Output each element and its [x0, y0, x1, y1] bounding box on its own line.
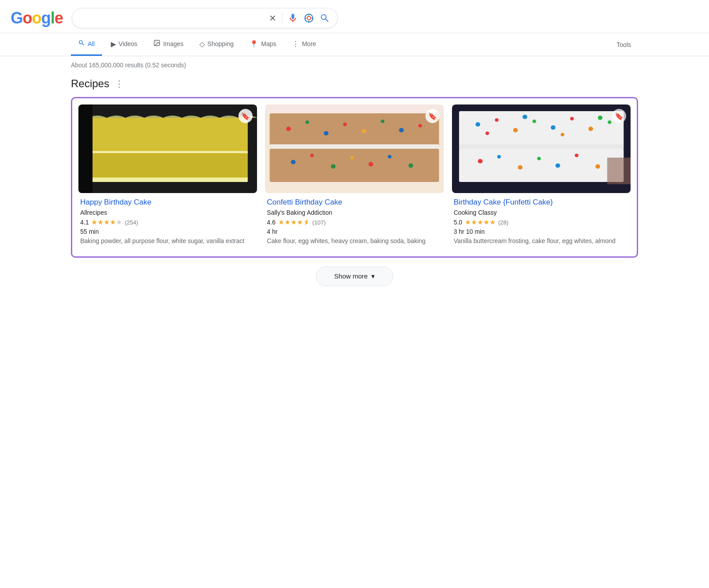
star-2-1: ★	[278, 218, 284, 226]
bookmark-btn-2[interactable]: 🔖	[425, 109, 440, 123]
tab-images[interactable]: Images	[146, 33, 191, 56]
recipe-ingredients-1: Baking powder, all purpose flour, white …	[80, 237, 255, 246]
star-1-3: ★	[104, 218, 109, 226]
divider	[282, 13, 282, 23]
svg-point-33	[495, 118, 498, 122]
recipe-card-3[interactable]: 🔖 Birthday Cake {Funfetti Cake} Cooking …	[452, 104, 631, 250]
logo-letter-G: G	[11, 9, 23, 27]
svg-point-49	[537, 157, 541, 160]
google-logo[interactable]: Google	[11, 10, 63, 26]
review-count-3: (28)	[498, 219, 508, 226]
logo-letter-e: e	[55, 9, 63, 27]
svg-point-27	[388, 155, 391, 159]
recipe-time-3: 3 hr 10 min	[454, 228, 629, 235]
star-3-1: ★	[465, 218, 471, 226]
logo-letter-o1: o	[23, 9, 32, 27]
tab-shopping[interactable]: ◇ Shopping	[192, 34, 241, 56]
tab-more-label: More	[302, 40, 316, 47]
bookmark-btn-3[interactable]: 🔖	[612, 109, 626, 123]
svg-point-17	[381, 120, 384, 123]
recipe-info-2: Confetti Birthday Cake Sally's Baking Ad…	[265, 193, 444, 250]
svg-point-50	[555, 163, 560, 168]
svg-rect-5	[88, 118, 248, 153]
recipe-image-container-3: 🔖	[452, 104, 631, 193]
section-more-icon[interactable]: ⋮	[115, 78, 124, 89]
recipe-title-3[interactable]: Birthday Cake {Funfetti Cake}	[454, 197, 629, 207]
recipe-info-3: Birthday Cake {Funfetti Cake} Cooking Cl…	[452, 193, 631, 250]
recipe-info-1: Happy Birthday Cake Allrecipes 4.1 ★ ★ ★…	[78, 193, 257, 250]
cake-image-1	[78, 104, 257, 193]
recipe-card-1[interactable]: 🔖 Happy Birthday Cake Allrecipes 4.1 ★ ★…	[78, 104, 257, 250]
show-more-button[interactable]: Show more ▾	[316, 267, 393, 286]
svg-point-46	[478, 159, 483, 163]
tab-videos-label: Videos	[119, 40, 138, 47]
svg-point-1	[307, 16, 311, 20]
review-count-1: (254)	[125, 219, 138, 226]
recipe-cards-wrapper: 🔖 Happy Birthday Cake Allrecipes 4.1 ★ ★…	[71, 97, 638, 258]
star-2-2: ★	[284, 218, 290, 226]
tools-button[interactable]: Tools	[609, 35, 638, 54]
voice-search-icon[interactable]	[288, 13, 298, 23]
stars-3: ★ ★ ★ ★ ★	[465, 218, 495, 226]
svg-point-13	[306, 120, 309, 124]
rating-value-2: 4.6	[267, 219, 275, 226]
nav-tabs: All ▶ Videos Images ◇ Shopping 📍 Maps ⋮ …	[0, 33, 709, 56]
tab-videos[interactable]: ▶ Videos	[104, 34, 145, 56]
svg-point-19	[418, 124, 422, 128]
cake-image-3	[452, 104, 631, 193]
search-icons: ✕	[269, 13, 330, 23]
star-3-4: ★	[483, 218, 489, 226]
chevron-down-icon: ▾	[371, 272, 375, 280]
star-3-5: ★	[490, 218, 495, 226]
logo-letter-g: g	[41, 9, 51, 27]
svg-point-36	[551, 125, 556, 130]
videos-icon: ▶	[111, 40, 116, 48]
tab-maps[interactable]: 📍 Maps	[242, 34, 283, 56]
logo-letter-o2: o	[32, 9, 41, 27]
svg-point-22	[291, 160, 296, 164]
svg-point-43	[598, 116, 603, 120]
tab-maps-label: Maps	[261, 40, 276, 47]
recipe-title-2[interactable]: Confetti Birthday Cake	[267, 197, 442, 207]
search-button-icon[interactable]	[319, 13, 330, 23]
recipes-section-header: Recipes ⋮	[71, 77, 638, 90]
svg-point-26	[369, 162, 374, 166]
clear-icon[interactable]: ✕	[269, 13, 277, 23]
lens-icon[interactable]	[304, 13, 314, 23]
tab-more[interactable]: ⋮ More	[285, 34, 323, 56]
recipe-image-container-1: 🔖	[78, 104, 257, 193]
images-icon	[153, 39, 160, 48]
svg-point-35	[532, 120, 536, 123]
rating-value-3: 5.0	[454, 219, 462, 226]
tab-all[interactable]: All	[71, 33, 102, 56]
svg-rect-11	[270, 113, 439, 147]
rating-value-1: 4.1	[80, 219, 89, 226]
recipe-source-1: Allrecipes	[80, 209, 255, 216]
star-1-2: ★	[97, 218, 103, 226]
tab-shopping-label: Shopping	[207, 40, 234, 47]
svg-point-12	[286, 127, 291, 131]
svg-point-32	[475, 122, 480, 127]
svg-point-15	[343, 123, 347, 126]
star-3-2: ★	[471, 218, 477, 226]
svg-point-3	[156, 42, 156, 43]
recipe-source-2: Sally's Baking Addiction	[267, 209, 442, 216]
star-3-3: ★	[477, 218, 483, 226]
svg-point-37	[570, 117, 573, 120]
recipe-ingredients-2: Cake flour, egg whites, heavy cream, bak…	[267, 237, 442, 246]
shopping-icon: ◇	[199, 40, 205, 48]
recipe-title-1[interactable]: Happy Birthday Cake	[80, 197, 255, 207]
star-1-5: ★	[116, 218, 122, 226]
recipe-rating-3: 5.0 ★ ★ ★ ★ ★ (28)	[454, 218, 629, 226]
svg-rect-29	[265, 104, 444, 113]
svg-point-23	[310, 154, 314, 157]
more-dots-icon: ⋮	[292, 40, 299, 48]
svg-rect-21	[270, 149, 439, 182]
svg-rect-53	[607, 158, 631, 184]
svg-point-40	[485, 132, 489, 135]
star-2-4: ★	[297, 218, 303, 226]
star-1-1: ★	[91, 218, 97, 226]
recipe-card-2[interactable]: 🔖 Confetti Birthday Cake Sally's Baking …	[265, 104, 444, 250]
header: Google party cake recipes ✕	[0, 0, 709, 33]
search-input[interactable]: party cake recipes	[79, 14, 265, 23]
